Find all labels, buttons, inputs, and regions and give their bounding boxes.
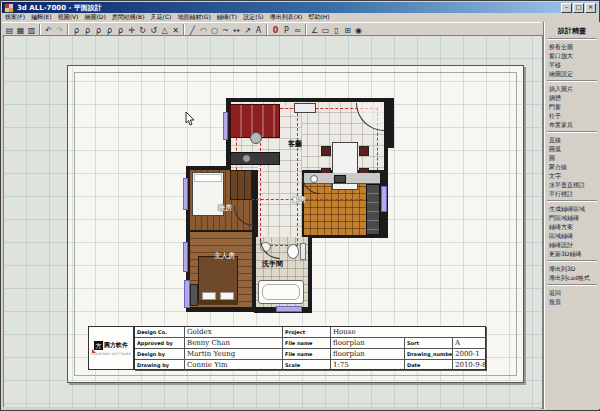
sidebar-item-view-all[interactable]: 察看全圖 — [544, 42, 600, 51]
print-button[interactable]: ▥ — [26, 24, 37, 35]
sidebar-item-hv-dimension[interactable]: 水平垂直標註 — [544, 180, 600, 189]
sidebar-item-generate-tile-region[interactable]: 生成鋪磚區域 — [544, 204, 600, 213]
pillow — [194, 174, 222, 182]
circle-tool-button[interactable]: ○ — [209, 24, 220, 35]
menu-bar: 檔案(F) 編輯(E) 視圖(V) 繪圖(D) 房間結構(B) 天花(C) 地面… — [2, 13, 598, 22]
angle-tool-button[interactable]: ∠ — [309, 24, 320, 35]
sidebar-item-polyline[interactable]: 聚合線 — [544, 162, 600, 171]
titleblock-label: Design by — [135, 349, 185, 360]
polyline-tool-button[interactable]: ~ — [220, 24, 231, 35]
zoom-previous-button[interactable]: ρ — [82, 24, 93, 35]
zoom-out-button[interactable]: ρ — [115, 24, 126, 35]
window-title: 3d ALL-7000 - 平面設計 — [17, 3, 560, 13]
sidebar-item-insert-image[interactable]: 插入圖片 — [544, 84, 600, 93]
drawing-canvas[interactable]: 客廳 廚房 睡房 主人房 洗手間 方 圓方軟件 YUANFANG SOFTWAR… — [3, 35, 543, 409]
toolbar-separator — [39, 24, 41, 35]
titleblock-label: Project — [283, 327, 331, 338]
titleblock-value: Goldex — [185, 327, 283, 338]
sidebar-item-furniture[interactable]: 布置家具 — [544, 120, 600, 129]
line-tool-button[interactable]: ╱ — [187, 24, 198, 35]
marker-tool-button[interactable]: 0 — [270, 24, 281, 35]
wall-tool-button[interactable]: ▭ — [320, 24, 331, 35]
sidebar-item-tile-scheme[interactable]: 鋪磚方案 — [544, 222, 600, 231]
measure-button[interactable]: △ — [159, 24, 170, 35]
move-tool-button[interactable]: ↗ — [242, 24, 253, 35]
toolbar-separator — [183, 24, 185, 35]
door-tool-button[interactable]: ▯ — [331, 24, 342, 35]
point-tool-button[interactable]: P — [281, 24, 292, 35]
sidebar-item-export-cad[interactable]: 導出到cad格式 — [544, 273, 600, 282]
master-cabinet — [190, 284, 198, 306]
sidebar-item-arc[interactable]: 圓弧 — [544, 144, 600, 153]
sidebar-item-parallel-dimension[interactable]: 平行標註 — [544, 189, 600, 198]
menu-file[interactable]: 檔案(F) — [2, 13, 28, 22]
sidebar-item-undo[interactable]: 復原 — [544, 297, 600, 306]
tv-cabinet — [230, 152, 280, 165]
menu-floor-material[interactable]: 地面鋪材(G) — [174, 13, 213, 22]
titleblock-value: A — [453, 338, 487, 349]
menu-tiling[interactable]: 鋪磚(T) — [214, 13, 240, 22]
curve-tool-button[interactable]: ≈ — [292, 24, 303, 35]
close-button[interactable]: × — [585, 3, 596, 13]
sidebar-divider — [547, 284, 597, 286]
save-button[interactable]: ▦ — [15, 24, 26, 35]
zoom-window-button[interactable]: ρ — [93, 24, 104, 35]
sidebar-item-tile-design[interactable]: 鋪磚設計 — [544, 240, 600, 249]
refresh-button[interactable]: ↻ — [137, 24, 148, 35]
sidebar-item-update-3d-tile[interactable]: 更新3D鋪磚 — [544, 249, 600, 258]
titleblock-value: Benny Chan — [185, 338, 283, 349]
sidebar-item-door-region-tile[interactable]: 門區域鋪磚 — [544, 213, 600, 222]
design-wizard-panel: 設計精靈 察看全圖 窗口放大 平移 繪圖設定 插入圖片 牆體 門窗 柱子 布置家… — [543, 22, 600, 409]
menu-edit[interactable]: 編輯(E) — [28, 13, 54, 22]
sidebar-item-region-tile[interactable]: 區域鋪磚 — [544, 231, 600, 240]
menu-room-structure[interactable]: 房間結構(B) — [109, 13, 148, 22]
titleblock-label: File name — [283, 349, 331, 360]
titleblock-label: Approved by — [135, 338, 185, 349]
sidebar-item-text[interactable]: 文字 — [544, 171, 600, 180]
sidebar-item-line[interactable]: 直線 — [544, 135, 600, 144]
arc-tool-button[interactable]: ◠ — [198, 24, 209, 35]
menu-view[interactable]: 視圖(V) — [55, 13, 82, 22]
zoom-in-button[interactable]: ρ — [104, 24, 115, 35]
delete-button[interactable]: ✕ — [170, 24, 181, 35]
minimize-button[interactable]: – — [561, 3, 572, 13]
logo-subtitle: YUANFANG SOFTWARE — [91, 352, 132, 356]
app-icon — [4, 3, 14, 13]
sidebar-item-wall[interactable]: 牆體 — [544, 93, 600, 102]
sidebar-item-zoom-window[interactable]: 窗口放大 — [544, 51, 600, 60]
maximize-button[interactable]: □ — [573, 3, 584, 13]
logo-name: 圓方軟件 — [104, 341, 128, 350]
menu-settings[interactable]: 設定(S) — [240, 13, 267, 22]
undo-button[interactable]: ↶ — [43, 24, 54, 35]
window-kitchen-right — [381, 186, 387, 212]
logo-mark-icon: 方 — [94, 341, 103, 350]
sidebar-item-back[interactable]: 返回 — [544, 288, 600, 297]
menu-draw[interactable]: 繪圖(D) — [81, 13, 108, 22]
lamp-tool-button[interactable]: ◉ — [353, 24, 364, 35]
text-tool-button[interactable]: A — [253, 24, 264, 35]
sidebar-item-column[interactable]: 柱子 — [544, 111, 600, 120]
window-bathroom-bottom — [276, 306, 302, 312]
bathroom-label: 洗手間 — [262, 260, 283, 268]
floorplan: 客廳 廚房 睡房 主人房 洗手間 方 圓方軟件 YUANFANG SOFTWAR… — [4, 36, 542, 408]
window-tool-button[interactable]: ⊞ — [342, 24, 353, 35]
menu-export-list[interactable]: 導出列表(X) — [267, 13, 306, 22]
sidebar-item-pan[interactable]: 平移 — [544, 60, 600, 69]
pan-button[interactable]: ✛ — [126, 24, 137, 35]
menu-help[interactable]: 幫助(H) — [305, 13, 332, 22]
menu-ceiling[interactable]: 天花(C) — [148, 13, 175, 22]
open-button[interactable]: ▤ — [4, 24, 15, 35]
sidebar-divider — [547, 200, 597, 202]
sidebar-item-export-3d[interactable]: 導出到3D — [544, 264, 600, 273]
rotate-button[interactable]: ↺ — [148, 24, 159, 35]
sidebar-item-draw-settings[interactable]: 繪圖設定 — [544, 69, 600, 78]
title-bar: 3d ALL-7000 - 平面設計 – □ × — [2, 2, 598, 13]
sidebar-item-door-window[interactable]: 門窗 — [544, 102, 600, 111]
sidebar-divider — [547, 131, 597, 133]
master-pillow — [202, 292, 216, 300]
redo-button[interactable]: ↷ — [54, 24, 65, 35]
wardrobe — [230, 170, 252, 200]
sidebar-item-circle[interactable]: 圓 — [544, 153, 600, 162]
mirror-tool-button[interactable]: ↔ — [231, 24, 242, 35]
zoom-all-button[interactable]: ρ — [71, 24, 82, 35]
